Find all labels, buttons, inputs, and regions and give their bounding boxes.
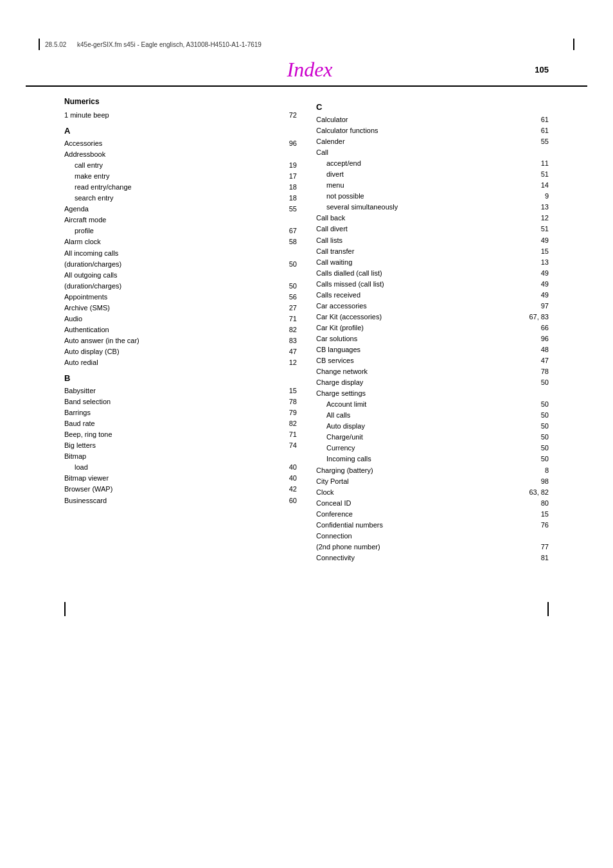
index-entry: Beep, ring tone71 <box>64 429 297 440</box>
index-entry: Connectivity81 <box>316 553 549 563</box>
index-sub-entry: not possible9 <box>316 191 549 202</box>
entry-page: 12 <box>278 357 297 368</box>
header-date-file: 28.5.02 k45e-gerSIX.fm s45i - Eagle engl… <box>45 41 262 48</box>
entry-page: 98 <box>529 476 549 487</box>
index-entry: Conference15 <box>316 509 549 520</box>
entry-dots <box>423 384 528 385</box>
entry-dots <box>176 189 276 190</box>
entry-label: not possible <box>326 191 427 202</box>
index-entry: Charge settings <box>316 388 549 399</box>
entry-page: 49 <box>529 268 549 279</box>
index-entry: Auto display (CB)47 <box>64 346 297 357</box>
index-entry: Authentication82 <box>64 324 297 335</box>
entry-label: (duration/charges) <box>64 259 170 270</box>
entry-page: 50 <box>529 443 549 454</box>
index-entry: Browser (WAP)42 <box>64 484 297 495</box>
index-entry: Charge display50 <box>316 377 549 388</box>
entry-label: Aircraft mode <box>64 215 297 226</box>
index-entry: Call transfer15 <box>316 246 549 257</box>
entry-label: Calls received <box>316 290 422 301</box>
entry-page: 50 <box>529 421 549 432</box>
entry-page: 50 <box>529 432 549 443</box>
index-entry: (duration/charges)50 <box>64 259 297 270</box>
entry-dots <box>171 403 276 404</box>
entry-page: 77 <box>529 542 549 553</box>
entry-dots <box>428 209 528 209</box>
entry-label: Charge/unit <box>326 432 427 443</box>
entry-dots <box>423 483 528 484</box>
entry-label: Babysitter <box>64 385 170 396</box>
entry-label: Archive (SMS) <box>64 303 170 314</box>
entry-page: 72 <box>278 110 297 121</box>
entry-label: Authentication <box>64 324 170 335</box>
index-entry: Clock63, 82 <box>316 487 549 498</box>
entry-dots <box>423 351 528 352</box>
entry-dots <box>423 560 528 560</box>
index-entry: Call <box>316 147 549 158</box>
entry-dots <box>423 220 528 220</box>
index-entry: (2nd phone number)77 <box>316 542 549 553</box>
entry-page: 82 <box>278 324 297 335</box>
index-entry: Barrings79 <box>64 407 297 418</box>
footer <box>26 589 587 635</box>
entry-label: Calls missed (call list) <box>316 279 422 290</box>
entry-page: 13 <box>529 257 549 268</box>
entry-label: Agenda <box>64 204 170 215</box>
index-sub-entry: accept/end11 <box>316 158 549 169</box>
index-entry: Addressbook <box>64 149 297 160</box>
entry-dots <box>171 145 276 146</box>
entry-page: 50 <box>529 454 549 465</box>
entry-page: 12 <box>529 213 549 224</box>
index-entry: All outgoing calls <box>64 270 297 281</box>
entry-dots <box>423 341 528 341</box>
entry-page: 50 <box>529 410 549 421</box>
index-entry: Call back12 <box>316 213 549 224</box>
entry-page: 60 <box>278 495 297 506</box>
entry-page: 67 <box>278 226 297 236</box>
header-left-mark <box>39 39 40 50</box>
entry-dots <box>423 297 528 297</box>
entry-page: 71 <box>278 314 297 324</box>
index-entry: 1 minute beep72 <box>64 110 297 121</box>
index-entry: All incoming calls <box>64 248 297 259</box>
entry-dots <box>423 132 528 133</box>
entry-page: 48 <box>529 344 549 355</box>
entry-page: 15 <box>278 385 297 396</box>
section-header: Numerics <box>64 97 297 106</box>
entry-dots <box>176 167 276 168</box>
index-sub-entry: Charge/unit50 <box>316 432 549 443</box>
entry-page: 78 <box>278 396 297 407</box>
entry-page: 55 <box>529 136 549 147</box>
entry-label: CB languages <box>316 344 422 355</box>
footer-right <box>547 602 549 616</box>
entry-dots <box>423 143 528 144</box>
index-entry: Bitmap viewer40 <box>64 473 297 484</box>
entry-dots <box>423 253 528 254</box>
entry-page: 55 <box>278 204 297 215</box>
entry-dots <box>171 288 276 288</box>
index-sub-entry: divert51 <box>316 169 549 180</box>
entry-page: 79 <box>278 407 297 418</box>
entry-dots <box>171 342 276 343</box>
entry-dots <box>428 439 528 439</box>
entry-page: 9 <box>529 191 549 202</box>
entry-page: 96 <box>278 138 297 149</box>
entry-page: 19 <box>278 160 297 171</box>
index-sub-entry: All calls50 <box>316 410 549 421</box>
footer-left <box>64 602 66 616</box>
index-entry: Car accessories97 <box>316 301 549 312</box>
entry-label: Call <box>316 147 549 158</box>
entry-label: 1 minute beep <box>64 110 170 121</box>
index-sub-entry: Incoming calls50 <box>316 454 549 465</box>
entry-label: Auto display (CB) <box>64 346 170 357</box>
index-entry: Car solutions96 <box>316 333 549 344</box>
entry-dots <box>423 373 528 374</box>
entry-page: 17 <box>278 171 297 182</box>
entry-page: 71 <box>278 429 297 440</box>
entry-dots <box>423 527 528 527</box>
entry-dots <box>423 330 528 330</box>
entry-dots <box>423 472 528 473</box>
index-entry: Businesscard60 <box>64 495 297 506</box>
entry-page: 18 <box>278 193 297 204</box>
entry-label: Incoming calls <box>326 454 427 465</box>
